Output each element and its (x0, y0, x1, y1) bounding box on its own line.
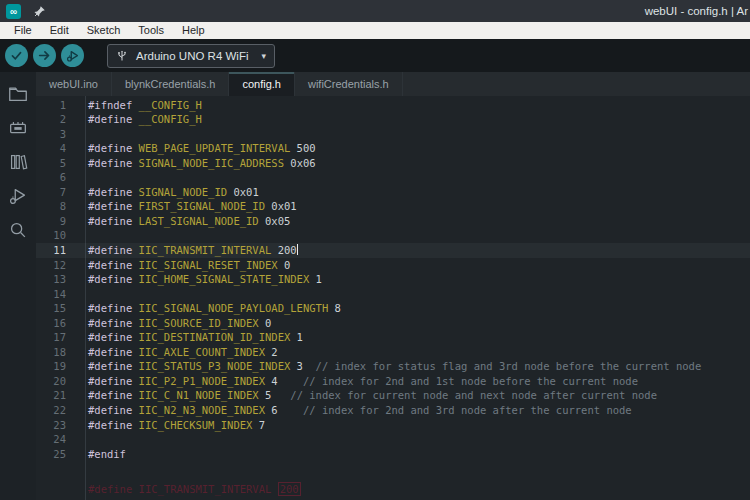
line-content: #ifndef __CONFIG_H (66, 98, 202, 113)
line-number: 18 (36, 345, 66, 360)
sidebar-item-search[interactable] (1, 213, 35, 247)
pin-icon[interactable] (33, 5, 46, 18)
tab-config.h[interactable]: config.h (229, 72, 295, 96)
code-lines: 1#ifndef __CONFIG_H2#define __CONFIG_H34… (36, 96, 750, 461)
line-number: 23 (36, 418, 66, 433)
board-selector-dropdown[interactable]: Arduino UNO R4 WiFi ▾ (107, 44, 275, 68)
upload-button[interactable] (33, 44, 56, 67)
code-line-6[interactable]: 6 (36, 170, 750, 185)
text-cursor (297, 244, 299, 255)
window-title: webUI - config.h | Ar (645, 0, 748, 22)
debug-icon (7, 185, 29, 207)
menu-item-edit[interactable]: Edit (42, 22, 77, 39)
line-number: 14 (36, 287, 66, 302)
code-line-1[interactable]: 1#ifndef __CONFIG_H (36, 98, 750, 113)
tab-wifiCredentials.h[interactable]: wifiCredentials.h (295, 72, 403, 96)
menu-bar: FileEditSketchToolsHelp (0, 22, 750, 39)
line-number: 17 (36, 330, 66, 345)
menu-item-file[interactable]: File (6, 22, 40, 39)
line-content: #define FIRST_SIGNAL_NODE_ID 0x01 (66, 199, 297, 214)
activity-bar (0, 72, 36, 500)
line-content: #define IIC_SIGNAL_NODE_PAYLOAD_LENGTH 8 (66, 301, 341, 316)
line-content (66, 170, 88, 185)
code-line-2[interactable]: 2#define __CONFIG_H (36, 112, 750, 127)
code-line-13[interactable]: 13#define IIC_HOME_SIGNAL_STATE_INDEX 1 (36, 272, 750, 287)
title-bar: ∞ webUI - config.h | Ar (0, 0, 750, 22)
usb-icon (116, 50, 128, 62)
code-line-9[interactable]: 9#define LAST_SIGNAL_NODE_ID 0x05 (36, 214, 750, 229)
code-line-22[interactable]: 22#define IIC_N2_N3_NODE_INDEX 6 // inde… (36, 403, 750, 418)
sidebar-item-debug[interactable] (1, 179, 35, 213)
debug-play-icon (66, 49, 80, 63)
code-line-11[interactable]: 11#define IIC_TRANSMIT_INTERVAL 200 (36, 243, 750, 258)
menu-item-sketch[interactable]: Sketch (79, 22, 129, 39)
code-editor[interactable]: 1#ifndef __CONFIG_H2#define __CONFIG_H34… (36, 96, 750, 500)
line-content: #define IIC_CHECKSUM_INDEX 7 (66, 418, 265, 433)
code-line-8[interactable]: 8#define FIRST_SIGNAL_NODE_ID 0x01 (36, 199, 750, 214)
line-number: 19 (36, 359, 66, 374)
code-line-24[interactable]: 24 (36, 432, 750, 447)
code-line-17[interactable]: 17#define IIC_DESTINATION_ID_INDEX 1 (36, 330, 750, 345)
editor-tab-bar: webUI.inoblynkCredentials.hconfig.hwifiC… (36, 72, 750, 96)
arduino-ide-window: ∞ webUI - config.h | Ar FileEditSketchTo… (0, 0, 750, 500)
toolbar: Arduino UNO R4 WiFi ▾ (0, 39, 750, 72)
arduino-logo-icon: ∞ (6, 4, 21, 19)
tab-blynkCredentials.h[interactable]: blynkCredentials.h (112, 72, 230, 96)
sidebar-item-sketchbook[interactable] (1, 77, 35, 111)
line-content: #define SIGNAL_NODE_ID 0x01 (66, 185, 259, 200)
code-line-4[interactable]: 4#define WEB_PAGE_UPDATE_INTERVAL 500 (36, 141, 750, 156)
line-content: #define IIC_P2_P1_NODE_INDEX 4 // index … (66, 374, 638, 389)
board-selector-label: Arduino UNO R4 WiFi (136, 50, 253, 62)
code-line-12[interactable]: 12#define IIC_SIGNAL_RESET_INDEX 0 (36, 258, 750, 273)
line-content: #define IIC_AXLE_COUNT_INDEX 2 (66, 345, 278, 360)
code-line-14[interactable]: 14 (36, 287, 750, 302)
line-content: #define WEB_PAGE_UPDATE_INTERVAL 500 (66, 141, 316, 156)
line-number: 5 (36, 156, 66, 171)
line-number: 7 (36, 185, 66, 200)
verify-button[interactable] (5, 44, 28, 67)
line-content: #define __CONFIG_H (66, 112, 202, 127)
sidebar-item-library-manager[interactable] (1, 145, 35, 179)
code-line-23[interactable]: 23#define IIC_CHECKSUM_INDEX 7 (36, 418, 750, 433)
search-icon (7, 219, 29, 241)
line-number: 22 (36, 403, 66, 418)
line-number: 15 (36, 301, 66, 316)
code-line-16[interactable]: 16#define IIC_SOURCE_ID_INDEX 0 (36, 316, 750, 331)
library-books-icon (7, 151, 29, 173)
line-content: #endif (66, 447, 126, 462)
line-number: 11 (36, 243, 66, 258)
line-content (66, 432, 88, 447)
menu-item-tools[interactable]: Tools (130, 22, 172, 39)
line-number: 2 (36, 112, 66, 127)
line-content: #define IIC_SIGNAL_RESET_INDEX 0 (66, 258, 290, 273)
line-number: 6 (36, 170, 66, 185)
line-number: 9 (36, 214, 66, 229)
menu-item-help[interactable]: Help (174, 22, 213, 39)
code-line-18[interactable]: 18#define IIC_AXLE_COUNT_INDEX 2 (36, 345, 750, 360)
code-line-21[interactable]: 21#define IIC_C_N1_NODE_INDEX 5 // index… (36, 388, 750, 403)
code-line-7[interactable]: 7#define SIGNAL_NODE_ID 0x01 (36, 185, 750, 200)
line-number: 20 (36, 374, 66, 389)
line-number: 13 (36, 272, 66, 287)
code-line-5[interactable]: 5#define SIGNAL_NODE_IIC_ADDRESS 0x06 (36, 156, 750, 171)
code-line-25[interactable]: 25#endif (36, 447, 750, 462)
line-content (66, 287, 88, 302)
code-line-3[interactable]: 3 (36, 127, 750, 142)
line-content: #define SIGNAL_NODE_IIC_ADDRESS 0x06 (66, 156, 316, 171)
code-line-19[interactable]: 19#define IIC_STATUS_P3_NODE_INDEX 3 // … (36, 359, 750, 374)
compression-ghost-text: #define IIC_TRANSMIT_INTERVAL 200 (88, 483, 301, 495)
line-content: #define IIC_SOURCE_ID_INDEX 0 (66, 316, 271, 331)
line-number: 3 (36, 127, 66, 142)
debug-start-button[interactable] (61, 44, 84, 67)
code-line-10[interactable]: 10 (36, 228, 750, 243)
code-line-15[interactable]: 15#define IIC_SIGNAL_NODE_PAYLOAD_LENGTH… (36, 301, 750, 316)
tab-webUI.ino[interactable]: webUI.ino (36, 72, 112, 96)
sketchbook-folder-icon (7, 83, 29, 105)
line-content: #define IIC_TRANSMIT_INTERVAL 200 (66, 243, 298, 258)
chevron-down-icon: ▾ (261, 51, 266, 61)
code-line-20[interactable]: 20#define IIC_P2_P1_NODE_INDEX 4 // inde… (36, 374, 750, 389)
line-content: #define IIC_STATUS_P3_NODE_INDEX 3 // in… (66, 359, 701, 374)
line-number: 10 (36, 228, 66, 243)
line-number: 21 (36, 388, 66, 403)
sidebar-item-boards-manager[interactable] (1, 111, 35, 145)
